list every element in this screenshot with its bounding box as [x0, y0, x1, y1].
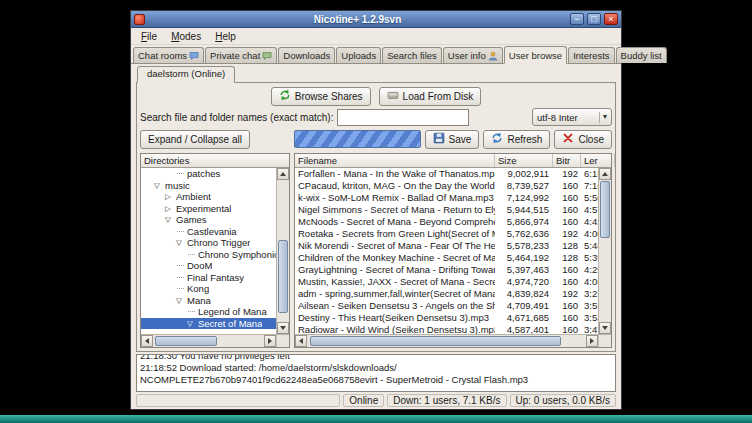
tab-private-chat[interactable]: Private chat: [205, 47, 277, 63]
column-header-filename[interactable]: Filename: [295, 154, 495, 167]
file-length-cell: 3:21: [581, 288, 598, 300]
expander-closed-icon[interactable]: ▷: [165, 191, 176, 203]
file-row[interactable]: k-wix - SoM-LoM Remix - Ballad Of Mana.m…: [295, 192, 598, 204]
titlebar[interactable]: Nicotine+ 1.2.9svn − □ ×: [131, 11, 621, 28]
scroll-up-icon[interactable]: [599, 168, 611, 180]
menu-help[interactable]: Help: [208, 30, 243, 43]
scroll-left-icon[interactable]: [295, 335, 307, 347]
scroll-right-icon[interactable]: [264, 335, 276, 347]
tab-downloads[interactable]: Downloads: [278, 47, 335, 63]
tab-chat-rooms[interactable]: Chat rooms: [133, 47, 204, 63]
encoding-select[interactable]: utf-8 Inter ▾: [532, 108, 612, 126]
files-hscroll-thumb[interactable]: [310, 336, 561, 346]
scroll-down-icon[interactable]: [599, 322, 611, 334]
scroll-left-icon[interactable]: [141, 335, 153, 347]
refresh-button[interactable]: Refresh: [483, 130, 550, 149]
save-button[interactable]: Save: [425, 130, 480, 149]
tree-item-doom[interactable]: DooM: [141, 260, 276, 272]
files-vscrollbar[interactable]: [598, 168, 611, 334]
tree-connector: [176, 168, 187, 179]
file-row[interactable]: Forfallen - Mana - In the Wake of Thanat…: [295, 168, 598, 180]
file-row[interactable]: Destiny - This Heart(Seiken Densetsu 3).…: [295, 312, 598, 324]
expander-open-icon[interactable]: ▽: [154, 180, 165, 192]
column-header-length[interactable]: Ler: [581, 154, 615, 167]
column-header-size[interactable]: Size: [495, 154, 553, 167]
menu-modes[interactable]: Modes: [164, 30, 208, 43]
menu-file[interactable]: File: [134, 30, 164, 43]
browse-shares-button[interactable]: Browse Shares: [271, 87, 371, 106]
expander-open-icon[interactable]: ▽: [176, 237, 187, 249]
tree-item-secret-of-mana[interactable]: ▽Secret of Mana: [141, 318, 276, 330]
file-row[interactable]: Ailsean - Seiken Densetsu 3 - Angels on …: [295, 300, 598, 312]
file-size-cell: 9,002,911: [495, 168, 553, 180]
tab-buddy-list[interactable]: Buddy list: [616, 47, 667, 63]
expander-open-icon[interactable]: ▽: [187, 318, 198, 330]
close-window-icon[interactable]: ×: [604, 13, 618, 25]
scroll-up-icon[interactable]: [277, 168, 289, 180]
file-bitrate-cell: 160: [553, 300, 581, 312]
tab-user-info[interactable]: User info: [443, 47, 503, 63]
column-header-bitrate[interactable]: Bitr: [553, 154, 581, 167]
tree-item-experimental[interactable]: ▷Experimental: [141, 203, 276, 215]
file-length-cell: 3:47: [581, 324, 598, 334]
tree-item-games[interactable]: ▽Games: [141, 214, 276, 226]
directories-header[interactable]: Directories: [141, 154, 289, 167]
file-bitrate-cell: 192: [553, 228, 581, 240]
expander-closed-icon[interactable]: ▷: [165, 203, 176, 215]
maximize-icon[interactable]: □: [587, 13, 601, 25]
directories-vscroll-trough[interactable]: [277, 180, 289, 322]
files-vscroll-trough[interactable]: [599, 180, 611, 322]
file-row[interactable]: GrayLightning - Secret of Mana - Driftin…: [295, 264, 598, 276]
file-row[interactable]: Children of the Monkey Machine - Secret …: [295, 252, 598, 264]
tree-item-kong[interactable]: Kong: [141, 283, 276, 295]
tree-item-legend-of-mana[interactable]: Legend of Mana: [141, 306, 276, 318]
directories-hscrollbar[interactable]: [141, 334, 289, 347]
expand-collapse-button[interactable]: Expand / Collapse all: [140, 130, 250, 149]
log-view[interactable]: 21:18:30 You have no privileges left 21:…: [136, 354, 616, 392]
tree-item-music[interactable]: ▽music: [141, 180, 276, 192]
tree-item-chrono-symphonic[interactable]: Chrono Symphonic: [141, 249, 276, 261]
directories-vscroll-thumb[interactable]: [278, 240, 288, 314]
close-tab-button[interactable]: Close: [554, 130, 612, 149]
directories-hscroll-trough[interactable]: [153, 335, 264, 347]
file-row[interactable]: Mustin, Kassie!, JAXX - Secret of Mana -…: [295, 276, 598, 288]
directories-hscroll-thumb[interactable]: [155, 336, 217, 346]
minimize-icon[interactable]: −: [570, 13, 584, 25]
tree-item-final-fantasy[interactable]: Final Fantasy: [141, 272, 276, 284]
files-hscroll-trough[interactable]: [307, 335, 586, 347]
tab-user-browse[interactable]: User browse: [504, 46, 567, 64]
file-row[interactable]: Nigel Simmons - Secret of Mana - Return …: [295, 204, 598, 216]
file-row[interactable]: McNoods - Secret of Mana - Beyond Compre…: [295, 216, 598, 228]
tab-label: Private chat: [210, 50, 260, 61]
file-name-cell: GrayLightning - Secret of Mana - Driftin…: [295, 264, 495, 276]
files-vscroll-thumb[interactable]: [600, 181, 610, 238]
file-row[interactable]: Roetaka - Secrets from Green Light(Secre…: [295, 228, 598, 240]
expander-open-icon[interactable]: ▽: [176, 295, 187, 307]
tab-daelstorm[interactable]: daelstorm (Online): [137, 66, 235, 83]
tree-connector: [187, 306, 198, 317]
browse-progressbar: [294, 130, 421, 148]
scroll-down-icon[interactable]: [277, 322, 289, 334]
search-input[interactable]: [337, 109, 469, 126]
expander-open-icon[interactable]: ▽: [165, 214, 176, 226]
directories-vscrollbar[interactable]: [276, 168, 289, 334]
chat-rooms-icon: [189, 51, 199, 61]
tree-item-chrono-trigger[interactable]: ▽Chrono Trigger: [141, 237, 276, 249]
file-row[interactable]: CPacaud, ktriton, MAG - On the Day the W…: [295, 180, 598, 192]
file-row[interactable]: Nik Morendi - Secret of Mana - Fear Of T…: [295, 240, 598, 252]
file-bitrate-cell: 128: [553, 240, 581, 252]
tab-uploads[interactable]: Uploads: [336, 47, 381, 63]
tree-item-patches[interactable]: patches: [141, 168, 276, 180]
file-row[interactable]: adm - spring,summer,fall,winter(Secret o…: [295, 288, 598, 300]
scroll-right-icon[interactable]: [586, 335, 598, 347]
file-size-cell: 5,578,233: [495, 240, 553, 252]
tree-item-mana[interactable]: ▽Mana: [141, 295, 276, 307]
file-row[interactable]: Radiowar - Wild Wind (Seiken Densetsu 3)…: [295, 324, 598, 334]
tab-interests[interactable]: Interests: [568, 47, 614, 63]
load-from-disk-button[interactable]: Load From Disk: [379, 87, 482, 106]
refresh-label: Refresh: [507, 134, 542, 145]
tree-item-ambient[interactable]: ▷Ambient: [141, 191, 276, 203]
tab-search-files[interactable]: Search files: [382, 47, 442, 63]
tree-item-castlevania[interactable]: Castlevania: [141, 226, 276, 238]
files-hscrollbar[interactable]: [295, 334, 611, 347]
